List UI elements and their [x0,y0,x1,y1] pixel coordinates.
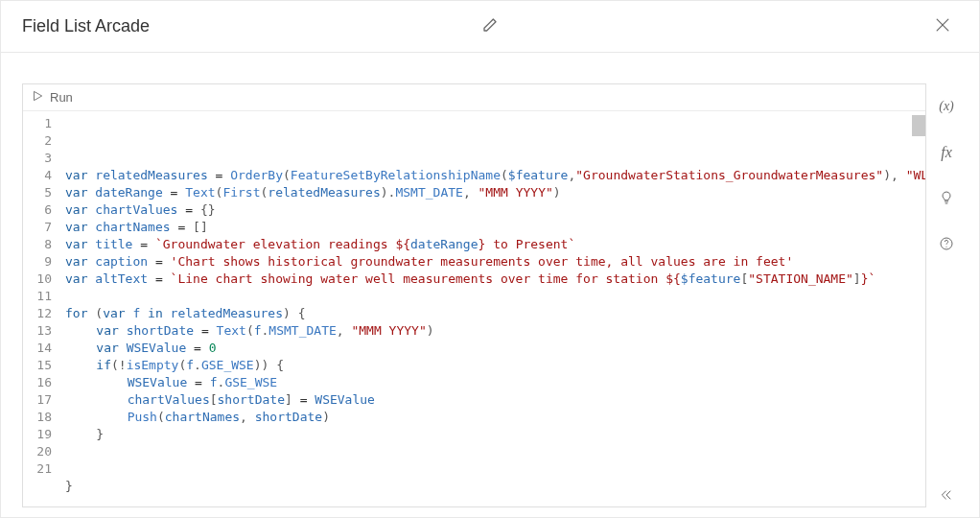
code-line[interactable]: var WSEValue = 0 [65,340,925,357]
editor-panel: Run 123456789101112131415161718192021 va… [22,83,926,507]
code-line[interactable] [65,443,925,460]
run-label: Run [50,90,73,105]
chevron-left-double-icon [939,487,954,506]
code-line[interactable]: } [65,426,925,443]
lightbulb-icon [939,190,954,208]
code-line[interactable]: var dateRange = Text(First(relatedMeasur… [65,184,925,201]
svg-marker-2 [35,91,42,100]
variables-button[interactable]: (x) [935,95,958,118]
code-line[interactable]: chartValues[shortDate] = WSEValue [65,391,925,409]
code-line[interactable] [65,288,925,305]
editor-region: Run 123456789101112131415161718192021 va… [1,53,979,517]
run-bar: Run [23,84,925,111]
code-line[interactable]: var shortDate = Text(f.MSMT_DATE, "MMM Y… [65,322,925,340]
code-line[interactable] [65,460,925,478]
close-icon [933,15,952,37]
code-line[interactable]: var chartNames = [] [65,219,925,236]
header-right [927,12,958,42]
code-lines[interactable]: var relatedMeasures = OrderBy(FeatureSet… [65,115,925,506]
suggestions-button[interactable] [935,187,958,210]
run-button[interactable]: Run [31,89,73,106]
code-line[interactable] [65,495,925,506]
code-line[interactable]: var altText = `Line chart showing water … [65,271,925,288]
help-icon [939,236,954,254]
code-line[interactable]: var relatedMeasures = OrderBy(FeatureSet… [65,167,925,184]
code-line[interactable]: for (var f in relatedMeasures) { [65,305,925,322]
svg-point-4 [945,246,946,247]
code-line[interactable]: var chartValues = {} [65,201,925,219]
code-line[interactable]: WSEValue = f.GSE_WSE [65,374,925,391]
play-icon [31,89,44,106]
functions-button[interactable]: fx [935,141,958,164]
side-rail: (x) fx [926,83,967,507]
collapse-rail-button[interactable] [935,484,958,507]
code-line[interactable]: Push(chartNames, shortDate) [65,409,925,426]
pencil-icon [482,17,498,35]
header: Field List Arcade [1,1,979,53]
code-line[interactable]: var caption = 'Chart shows historical gr… [65,253,925,271]
code-line[interactable]: var title = `Groundwater elevation readi… [65,236,925,253]
close-button[interactable] [927,12,958,42]
code-line[interactable]: if(!isEmpty(f.GSE_WSE)) { [65,357,925,374]
page-title: Field List Arcade [22,16,150,36]
header-center [475,12,505,42]
help-button[interactable] [935,233,958,256]
minimap-scroll-thumb[interactable] [912,115,925,136]
edit-title-button[interactable] [475,12,505,42]
line-number-gutter: 123456789101112131415161718192021 [23,115,65,506]
code-area[interactable]: 123456789101112131415161718192021 var re… [23,111,925,506]
code-line[interactable]: } [65,478,925,495]
